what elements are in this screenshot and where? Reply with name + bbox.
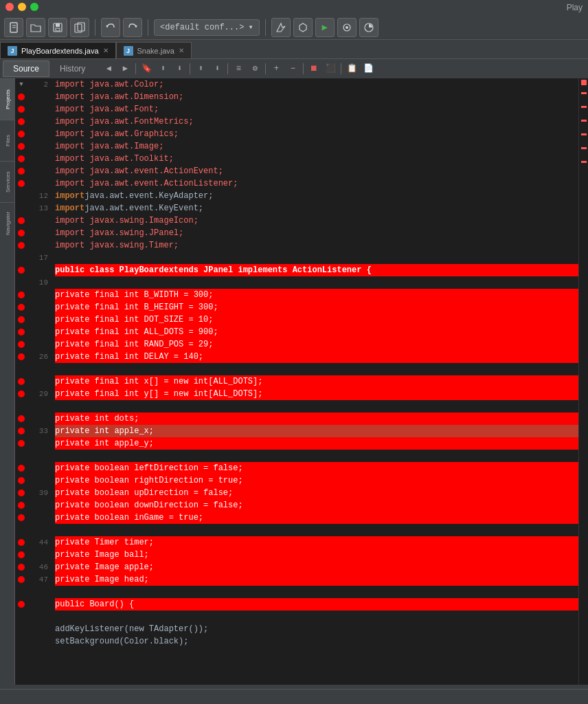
- build-button[interactable]: [271, 18, 291, 37]
- gutter-err-b1: [15, 289, 27, 301]
- sidebar-item-services[interactable]: Services: [0, 161, 15, 202]
- separator-1: [95, 19, 95, 36]
- minimize-button[interactable]: [18, 3, 26, 11]
- save-button[interactable]: [48, 18, 67, 37]
- code-line-9: import java.awt.event.ActionEvent;: [55, 165, 578, 177]
- gutter-26: [15, 363, 27, 375]
- code-line-13: import java.awt.event.KeyEvent;: [55, 202, 578, 214]
- stop-button[interactable]: ⏹: [306, 61, 321, 76]
- code-line-16: import javax.swing.Timer;: [55, 239, 578, 252]
- gutter-err-1: [15, 91, 27, 103]
- gutter-err-6: [15, 153, 27, 165]
- error-marker: [18, 502, 25, 509]
- code-line-27: private final int x[] = new int[ALL_DOTS…: [55, 375, 578, 388]
- right-gutter[interactable]: [578, 78, 588, 685]
- clone-button[interactable]: [70, 18, 89, 37]
- gutter-47: [15, 623, 27, 635]
- line-numbers: 2 12 13 17 19 26 29: [27, 78, 52, 685]
- tab-snake[interactable]: J Snake.java ✕: [116, 42, 192, 58]
- remove-watch[interactable]: −: [285, 61, 300, 76]
- new-file-button[interactable]: [4, 18, 23, 37]
- svg-marker-9: [135, 25, 137, 28]
- sep4: [265, 63, 266, 74]
- code-line-41: private Image ball;: [55, 549, 578, 561]
- error-marker: [18, 514, 25, 521]
- error-marker: [18, 304, 25, 311]
- gutter-err-t1: [15, 536, 27, 549]
- toggle-bookmarks[interactable]: 🔖: [139, 61, 154, 76]
- next-bookmark[interactable]: ⬇: [172, 61, 187, 76]
- code-line-21: private final int B_HEIGHT = 300;: [55, 301, 578, 314]
- add-watch[interactable]: +: [269, 61, 284, 76]
- redo-button[interactable]: [123, 18, 142, 37]
- gutter-err-l5: [15, 512, 27, 524]
- forward-button[interactable]: ▶: [117, 61, 133, 76]
- sidebar-item-projects[interactable]: Projects: [0, 78, 15, 120]
- sidebar-item-files[interactable]: Files: [0, 120, 15, 161]
- debug-button[interactable]: [337, 18, 357, 37]
- gutter-err-10: [15, 227, 27, 239]
- prev-bookmark[interactable]: ⬆: [155, 61, 170, 76]
- code-line-4: import java.awt.Font;: [55, 103, 578, 116]
- prev-error[interactable]: ⬆: [193, 61, 208, 76]
- tab-playboardextends[interactable]: J PlayBoardextends.java ✕: [0, 42, 116, 58]
- gutter-46: [15, 610, 27, 623]
- back-button[interactable]: ◀: [101, 61, 116, 76]
- tab-close-icon-2[interactable]: ✕: [179, 47, 184, 54]
- code-line-31: private int apple_x;: [55, 425, 578, 437]
- window-controls[interactable]: [5, 3, 38, 11]
- error-marker: [18, 242, 25, 249]
- gutter-err-d1: [15, 412, 27, 425]
- gutter-err-b6: [15, 351, 27, 363]
- code-line-40: private Timer timer;: [55, 536, 578, 549]
- code-line-14: import javax.swing.ImageIcon;: [55, 214, 578, 227]
- output-btn[interactable]: 📄: [361, 61, 376, 76]
- tab-close-icon[interactable]: ✕: [103, 47, 109, 54]
- next-error[interactable]: ⬇: [210, 61, 225, 76]
- tab-label-2: Snake.java: [137, 47, 174, 55]
- open-folder-button[interactable]: [26, 18, 45, 37]
- code-line-24: private final int RAND_POS = 29;: [55, 338, 578, 351]
- svg-marker-8: [106, 25, 109, 28]
- separator-3: [265, 19, 266, 36]
- code-line-8: import java.awt.Toolkit;: [55, 153, 578, 165]
- configuration-dropdown[interactable]: <default conf...> ▾: [154, 19, 260, 36]
- gutter-err-x2: [15, 388, 27, 400]
- clean-button[interactable]: [293, 18, 313, 37]
- maximize-button[interactable]: [30, 3, 38, 11]
- svg-point-11: [346, 26, 348, 29]
- error-marker: [18, 230, 25, 236]
- stop-all[interactable]: ⬛: [323, 61, 338, 76]
- gutter-err-5: [15, 140, 27, 153]
- gutter-err-l1: [15, 462, 27, 474]
- window-title: Play: [567, 3, 583, 12]
- tasks-btn[interactable]: 📋: [344, 61, 359, 76]
- profile-button[interactable]: [359, 18, 378, 37]
- gutter-err-l4: [15, 499, 27, 512]
- toggle-diff[interactable]: ≡: [231, 61, 246, 76]
- sep2: [190, 63, 190, 74]
- gutter-12: [15, 190, 27, 202]
- code-line-30: private int dots;: [55, 412, 578, 425]
- gutter-48: [15, 635, 27, 648]
- diff-options[interactable]: ⚙: [247, 61, 262, 76]
- code-line-7: import java.awt.Image;: [55, 140, 578, 153]
- gutter-17: [15, 252, 27, 264]
- sidebar-item-navigator[interactable]: Navigator: [0, 202, 15, 243]
- close-button[interactable]: [5, 3, 14, 11]
- fold-icon[interactable]: ▼: [19, 78, 23, 91]
- history-tab[interactable]: History: [49, 60, 95, 77]
- code-editor[interactable]: ▼: [15, 78, 588, 685]
- error-marker: [18, 428, 25, 434]
- gutter-err-7: [15, 165, 27, 177]
- gutter-err-t3: [15, 561, 27, 573]
- left-sidebar: Projects Files Services Navigator: [0, 78, 15, 685]
- run-button[interactable]: ▶: [315, 18, 335, 37]
- code-line-38: private boolean inGame = true;: [55, 512, 578, 524]
- source-tab[interactable]: Source: [3, 60, 49, 77]
- code-line-12: import java.awt.event.KeyAdapter;: [55, 190, 578, 202]
- undo-button[interactable]: [101, 18, 120, 37]
- code-line-3: import java.awt.Dimension;: [55, 91, 578, 103]
- gutter-err-b3: [15, 314, 27, 326]
- code-line-43: private Image head;: [55, 573, 578, 586]
